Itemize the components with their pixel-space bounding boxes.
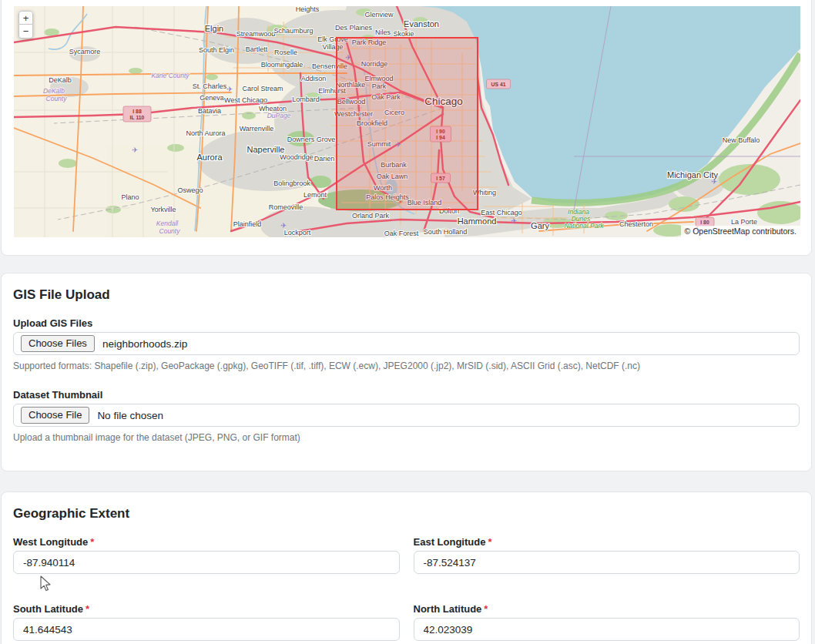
svg-text:South Holland: South Holland — [424, 228, 468, 236]
svg-text:South Elgin: South Elgin — [199, 46, 234, 54]
west-longitude-label-text: West Longitude — [13, 536, 88, 548]
thumbnail-value: No file chosen — [97, 410, 163, 421]
svg-text:Gary: Gary — [531, 221, 549, 230]
east-longitude-label: East Longitude* — [414, 536, 800, 548]
required-asterisk: * — [488, 536, 491, 548]
svg-text:Des Plaines: Des Plaines — [335, 24, 373, 32]
west-longitude-group: West Longitude* — [13, 536, 400, 574]
east-longitude-group: East Longitude* — [414, 536, 800, 574]
svg-text:Glenview: Glenview — [364, 11, 394, 18]
svg-text:Geneva: Geneva — [200, 94, 224, 102]
svg-text:Roselle: Roselle — [274, 49, 297, 56]
svg-text:Elgin: Elgin — [205, 24, 223, 33]
thumbnail-hint: Upload a thumbnail image for the dataset… — [13, 432, 800, 443]
zoom-out-button[interactable]: − — [18, 25, 33, 39]
map-attribution[interactable]: © OpenStreetMap contributors. — [681, 226, 800, 237]
svg-text:DuPage: DuPage — [267, 112, 291, 119]
svg-text:Bolingbrook: Bolingbrook — [273, 179, 310, 187]
map-canvas[interactable]: I 88IL 110US 41I 90I 94I 57I 80 HeightsS… — [14, 6, 800, 237]
west-longitude-label: West Longitude* — [13, 536, 400, 548]
svg-text:I 80: I 80 — [700, 220, 709, 225]
svg-text:La Porte: La Porte — [731, 218, 757, 226]
svg-text:Naperville: Naperville — [247, 145, 285, 154]
svg-text:Schaumburg: Schaumburg — [273, 27, 313, 35]
gis-files-group: Upload GIS Files Choose Files neighborho… — [13, 317, 800, 371]
svg-text:✈: ✈ — [132, 146, 138, 154]
gis-files-value: neighborhoods.zip — [102, 338, 187, 350]
svg-text:North Aurora: North Aurora — [186, 129, 225, 137]
gis-files-input[interactable]: Choose Files neighborhoods.zip — [13, 332, 800, 355]
svg-text:Downers Grove: Downers Grove — [287, 136, 336, 143]
svg-text:County: County — [159, 227, 181, 235]
svg-text:Sycamore: Sycamore — [69, 48, 101, 55]
svg-text:Plano: Plano — [121, 193, 139, 201]
svg-text:Skokie: Skokie — [393, 30, 414, 38]
svg-text:Romeoville: Romeoville — [269, 203, 304, 211]
svg-text:✈: ✈ — [226, 85, 233, 93]
map-zoom-control: + − — [18, 11, 33, 39]
svg-text:✈: ✈ — [711, 177, 717, 186]
svg-text:St. Charles: St. Charles — [193, 82, 227, 90]
svg-text:DeKalb: DeKalb — [43, 87, 65, 95]
required-asterisk: * — [484, 603, 488, 615]
svg-text:✈: ✈ — [280, 221, 287, 230]
svg-text:Bartlett: Bartlett — [246, 45, 268, 53]
svg-text:Aurora: Aurora — [196, 153, 223, 162]
thumbnail-group: Dataset Thumbnail Choose File No file ch… — [13, 389, 800, 443]
gis-files-hint: Supported formats: Shapefile (.zip), Geo… — [13, 361, 800, 371]
south-latitude-label: South Latitude* — [13, 603, 400, 615]
svg-text:National Park: National Park — [564, 222, 604, 230]
gis-upload-title: GIS File Upload — [13, 287, 800, 303]
svg-text:DeKalb: DeKalb — [49, 76, 72, 84]
svg-text:Batavia: Batavia — [198, 107, 221, 115]
svg-text:Heights: Heights — [296, 6, 320, 13]
svg-text:Kane County: Kane County — [151, 72, 189, 79]
svg-text:Hammond: Hammond — [458, 216, 497, 226]
svg-text:Plainfield: Plainfield — [233, 220, 262, 228]
map-card: I 88IL 110US 41I 90I 94I 57I 80 HeightsS… — [1, 0, 812, 256]
svg-text:Evanston: Evanston — [404, 19, 439, 29]
gis-files-label: Upload GIS Files — [13, 317, 800, 329]
south-latitude-group: South Latitude* — [13, 603, 400, 641]
svg-text:West Chicago: West Chicago — [224, 96, 267, 104]
south-latitude-input[interactable] — [13, 618, 400, 641]
east-longitude-label-text: East Longitude — [414, 536, 486, 548]
svg-text:Carol Stream: Carol Stream — [242, 85, 283, 92]
geographic-extent-title: Geographic Extent — [13, 506, 800, 522]
svg-text:Lombard: Lombard — [292, 96, 320, 103]
svg-text:East Chicago: East Chicago — [481, 209, 522, 216]
svg-text:US 41: US 41 — [491, 82, 506, 87]
svg-text:I 88: I 88 — [132, 109, 142, 114]
extent-grid: West Longitude* East Longitude* South La… — [13, 536, 800, 641]
svg-text:Lockport: Lockport — [284, 229, 311, 236]
map-svg: I 88IL 110US 41I 90I 94I 57I 80 HeightsS… — [14, 6, 800, 237]
svg-text:Warrenville: Warrenville — [240, 125, 274, 132]
svg-text:Addison: Addison — [301, 75, 327, 82]
north-latitude-group: North Latitude* — [414, 603, 800, 641]
thumbnail-label: Dataset Thumbnail — [13, 389, 800, 401]
svg-text:Niles: Niles — [375, 29, 391, 36]
choose-files-button[interactable]: Choose Files — [21, 335, 95, 352]
north-latitude-label-text: North Latitude — [414, 603, 482, 615]
extent-selection-rectangle[interactable] — [337, 38, 478, 210]
svg-text:New Buffalo: New Buffalo — [723, 136, 760, 144]
svg-text:Lemont: Lemont — [304, 191, 327, 199]
thumbnail-input[interactable]: Choose File No file chosen — [13, 404, 800, 427]
north-latitude-input[interactable] — [414, 618, 800, 641]
choose-file-button[interactable]: Choose File — [21, 407, 89, 424]
svg-text:✈: ✈ — [511, 216, 517, 225]
svg-text:Oak Forest: Oak Forest — [384, 230, 419, 237]
zoom-in-button[interactable]: + — [18, 11, 33, 25]
required-asterisk: * — [90, 536, 94, 548]
svg-text:Yorkville: Yorkville — [150, 206, 176, 213]
svg-text:Bloomingdale: Bloomingdale — [261, 61, 304, 69]
svg-text:Orland Park: Orland Park — [352, 212, 390, 220]
geographic-extent-card: Geographic Extent West Longitude* East L… — [1, 491, 812, 644]
west-longitude-input[interactable] — [13, 551, 400, 574]
east-longitude-input[interactable] — [414, 551, 800, 574]
north-latitude-label: North Latitude* — [414, 603, 800, 615]
svg-text:County: County — [46, 95, 68, 102]
svg-text:IL 110: IL 110 — [130, 115, 145, 120]
south-latitude-label-text: South Latitude — [13, 603, 83, 615]
required-asterisk: * — [86, 603, 89, 615]
